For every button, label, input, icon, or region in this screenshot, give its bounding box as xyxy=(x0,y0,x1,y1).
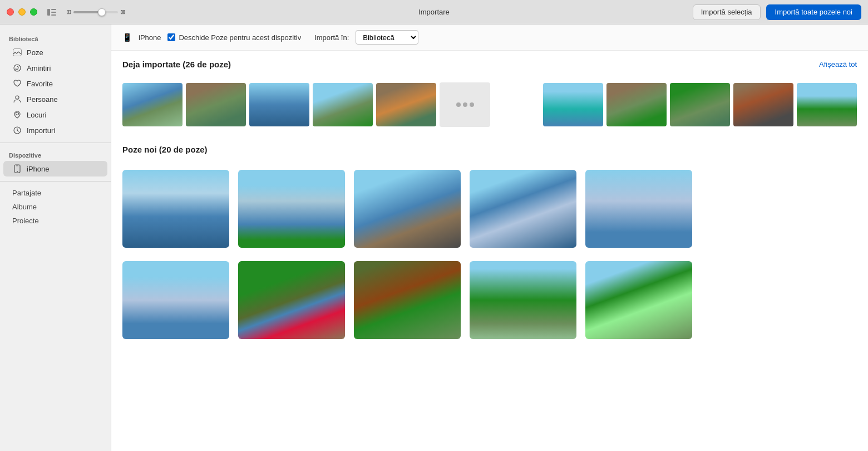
imported-photo-11[interactable] xyxy=(797,83,857,126)
slider-thumb[interactable] xyxy=(98,8,106,16)
new-photo-6[interactable] xyxy=(122,261,229,339)
afiseaza-tot-button[interactable]: Afișează tot xyxy=(819,60,857,68)
close-button[interactable] xyxy=(7,8,14,16)
new-photos-title: Poze noi (20 de poze) xyxy=(122,145,208,154)
sidebar-item-locuri[interactable]: Locuri xyxy=(3,107,107,122)
imported-photo-4[interactable] xyxy=(313,83,373,126)
sidebar-item-amintiri-label: Amintiri xyxy=(27,64,51,72)
heart-icon xyxy=(12,79,22,89)
titlebar: ⊞ ⊠ Importare Importă selecția Importă t… xyxy=(0,0,868,24)
traffic-lights xyxy=(7,8,37,16)
svg-rect-5 xyxy=(13,49,21,56)
location-icon xyxy=(12,110,22,120)
imported-photo-10[interactable] xyxy=(733,83,793,126)
imported-photo-5[interactable] xyxy=(376,83,436,126)
slider-track[interactable] xyxy=(73,11,118,13)
loading-dot-1 xyxy=(456,102,461,107)
titlebar-icons: ⊞ ⊠ xyxy=(46,7,125,18)
svg-rect-2 xyxy=(51,12,56,13)
svg-rect-13 xyxy=(16,166,18,166)
minimize-button[interactable] xyxy=(18,8,26,16)
sidebar-item-persoane[interactable]: Persoane xyxy=(3,91,107,107)
imported-photo-3[interactable] xyxy=(249,83,309,126)
imported-photo-1[interactable] xyxy=(122,83,183,126)
new-photos-grid-row1 xyxy=(111,165,868,257)
open-photos-checkbox[interactable] xyxy=(167,33,175,41)
loading-dot-3 xyxy=(470,102,474,107)
biblioteca-select[interactable]: Bibliotecă Album nou xyxy=(356,30,418,45)
sidebar-divider-2 xyxy=(0,181,111,182)
new-photos-section: Poze noi (20 de poze) xyxy=(111,136,868,165)
sidebar-item-importuri[interactable]: Importuri xyxy=(3,122,107,138)
checkbox-container: Deschide Poze pentru acest dispozitiv xyxy=(167,33,301,42)
sidebar-toggle-icon[interactable] xyxy=(46,7,57,18)
import-selection-button[interactable]: Importă selecția xyxy=(693,4,761,20)
sidebar-item-persoane-label: Persoane xyxy=(27,95,58,104)
imported-photo-7[interactable] xyxy=(543,83,603,126)
sidebar-item-partajate[interactable]: Partajate xyxy=(3,186,107,200)
titlebar-actions: Importă selecția Importă toate pozele no… xyxy=(693,4,861,20)
new-photo-4[interactable] xyxy=(470,170,576,248)
svg-point-7 xyxy=(14,65,21,71)
sidebar-item-poze[interactable]: Poze xyxy=(3,45,107,60)
sidebar-item-favorite[interactable]: Favorite xyxy=(3,76,107,91)
svg-point-9 xyxy=(16,112,19,115)
main-layout: Bibliotecă Poze Amintiri xyxy=(0,24,868,451)
new-photo-10[interactable] xyxy=(585,261,692,339)
biblioteca-header: Bibliotecă xyxy=(0,31,111,45)
content-area: 📱 iPhone Deschide Poze pentru acest disp… xyxy=(111,24,868,451)
imported-photo-8[interactable] xyxy=(606,83,667,126)
content-topbar: 📱 iPhone Deschide Poze pentru acest disp… xyxy=(111,24,868,51)
new-photo-8[interactable] xyxy=(354,261,461,339)
photo-icon xyxy=(12,47,22,57)
sidebar-item-proiecte[interactable]: Proiecte xyxy=(3,214,107,228)
sidebar-divider-1 xyxy=(0,143,111,143)
iphone-icon xyxy=(12,164,22,174)
svg-rect-0 xyxy=(47,9,50,16)
sidebar: Bibliotecă Poze Amintiri xyxy=(0,24,111,451)
zoom-in-icon: ⊠ xyxy=(120,8,125,16)
svg-rect-1 xyxy=(51,9,56,10)
new-photo-7[interactable] xyxy=(238,261,345,339)
clock-icon xyxy=(12,125,22,135)
zoom-out-icon: ⊞ xyxy=(66,8,71,16)
sidebar-item-importuri-label: Importuri xyxy=(27,126,55,135)
new-photo-9[interactable] xyxy=(470,261,576,339)
new-photo-2[interactable] xyxy=(238,170,345,248)
sidebar-item-amintiri[interactable]: Amintiri xyxy=(3,60,107,76)
svg-point-12 xyxy=(17,171,18,172)
sidebar-item-poze-label: Poze xyxy=(27,48,43,57)
imported-photo-9[interactable] xyxy=(670,83,730,126)
sidebar-item-iphone[interactable]: iPhone xyxy=(3,161,107,177)
import-to-label: Importă în: xyxy=(314,33,349,42)
already-imported-grid xyxy=(111,80,868,136)
zoom-slider[interactable]: ⊞ ⊠ xyxy=(66,8,125,16)
already-imported-section: Deja importate (26 de poze) Afișează tot xyxy=(111,51,868,80)
imported-photo-2[interactable] xyxy=(186,83,246,126)
sidebar-item-favorite-label: Favorite xyxy=(27,80,53,88)
new-photo-1[interactable] xyxy=(122,170,229,248)
already-imported-title-row: Deja importate (26 de poze) Afișează tot xyxy=(122,60,857,69)
svg-rect-3 xyxy=(51,14,56,16)
person-icon xyxy=(12,94,22,104)
memories-icon xyxy=(12,63,22,73)
new-photos-grid-row2 xyxy=(111,257,868,348)
new-photos-title-row: Poze noi (20 de poze) xyxy=(122,145,857,154)
loading-placeholder xyxy=(440,82,490,127)
checkbox-label: Deschide Poze pentru acest dispozitiv xyxy=(179,33,301,42)
window-title: Importare xyxy=(418,8,450,16)
sidebar-item-iphone-label: iPhone xyxy=(27,165,49,173)
maximize-button[interactable] xyxy=(30,8,37,16)
svg-point-8 xyxy=(16,96,19,99)
already-imported-title: Deja importate (26 de poze) xyxy=(122,60,231,69)
sidebar-item-albume[interactable]: Albume xyxy=(3,200,107,214)
new-photo-3[interactable] xyxy=(354,170,461,248)
sidebar-item-locuri-label: Locuri xyxy=(27,111,46,119)
device-topbar-icon: 📱 xyxy=(122,33,132,42)
dispozitive-header: Dispozitive xyxy=(0,148,111,161)
import-all-button[interactable]: Importă toate pozele noi xyxy=(766,4,861,20)
device-topbar-name: iPhone xyxy=(139,33,161,42)
loading-dot-2 xyxy=(463,102,467,107)
new-photo-5[interactable] xyxy=(585,170,692,248)
